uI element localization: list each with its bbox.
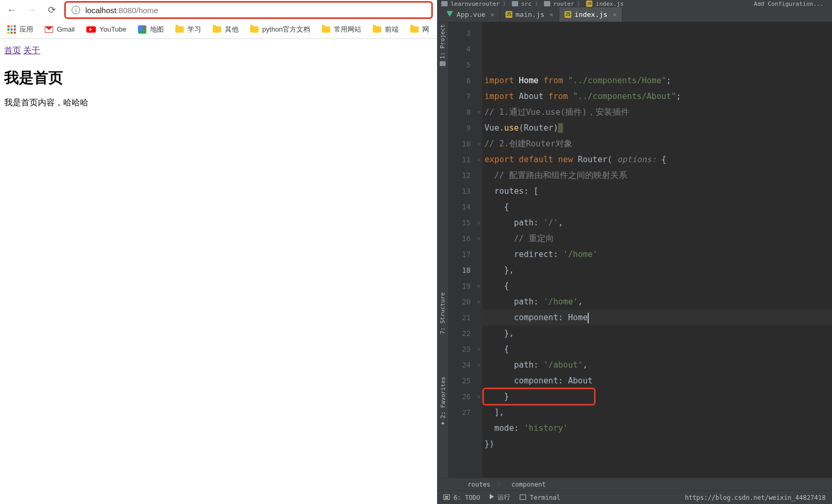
bookmark-frontend[interactable]: 前端 <box>373 25 399 34</box>
js-icon: JS <box>564 11 571 18</box>
bookmark-net[interactable]: 网 <box>410 25 429 34</box>
bookmark-gmail[interactable]: Gmail <box>45 25 75 33</box>
tool-favorites[interactable]: ★2: Favorites <box>439 377 447 428</box>
tool-project[interactable]: 1: Project <box>439 24 446 66</box>
bookmark-youtube[interactable]: YouTube <box>86 25 126 33</box>
editor-tabs: App.vue× JSmain.js× JSindex.js× <box>437 7 832 22</box>
todo-icon <box>443 495 450 500</box>
code-editor[interactable]: import Home from "../components/Home";im… <box>482 22 832 478</box>
breadcrumb-bottom: routes 〉 component <box>437 478 832 490</box>
status-link: https://blog.csdn.net/weixin_44827418 <box>685 494 826 501</box>
folder-icon <box>441 1 448 6</box>
ide-panel: learnvuerouter〉 src〉 router〉 JSindex.js … <box>437 0 832 504</box>
browser-toolbar: ← → ⟳ i localhost:8080/home <box>0 0 437 20</box>
folder-icon <box>175 26 184 33</box>
tool-terminal[interactable]: Terminal <box>520 494 560 501</box>
tab-main-js[interactable]: JSmain.js× <box>500 7 559 22</box>
page-body: 我是首页内容，哈哈哈 <box>4 97 433 108</box>
folder-icon <box>544 1 550 6</box>
tool-run[interactable]: 运行 <box>490 493 510 502</box>
link-home[interactable]: 首页 <box>4 46 21 55</box>
tab-index-js[interactable]: JSindex.js× <box>559 7 622 22</box>
left-tool-strip: 1: Project 7: Structure ★2: Favorites <box>437 22 449 478</box>
js-icon: JS <box>586 1 592 7</box>
bc-item[interactable]: component <box>511 481 546 488</box>
star-icon: ★ <box>439 420 447 428</box>
url-text: localhost:8080/home <box>85 6 158 15</box>
folder-icon <box>512 1 518 6</box>
ide-breadcrumb-top: learnvuerouter〉 src〉 router〉 JSindex.js … <box>437 0 832 7</box>
gmail-icon <box>45 26 53 33</box>
page-content: 首页 关于 我是首页 我是首页内容，哈哈哈 <box>0 39 437 115</box>
folder-icon <box>410 26 419 33</box>
tool-structure[interactable]: 7: Structure <box>439 292 446 334</box>
bc-item[interactable]: routes <box>468 481 490 488</box>
close-icon[interactable]: × <box>550 11 553 18</box>
forward-button[interactable]: → <box>25 4 38 16</box>
folder-icon <box>213 26 221 33</box>
terminal-icon <box>520 495 526 500</box>
bookmark-common[interactable]: 常用网站 <box>322 25 361 34</box>
crumb[interactable]: index.js <box>596 1 623 7</box>
folder-icon <box>322 26 330 33</box>
vue-icon <box>447 11 453 18</box>
bookmark-maps[interactable]: 地图 <box>138 25 164 34</box>
chevron-icon: 〉 <box>498 480 504 489</box>
folder-icon <box>250 26 259 33</box>
crumb[interactable]: router <box>553 1 575 7</box>
browser-panel: ← → ⟳ i localhost:8080/home 应用 Gmail You… <box>0 0 437 504</box>
close-icon[interactable]: × <box>613 11 617 18</box>
bookmark-python[interactable]: python官方文档 <box>250 25 310 34</box>
bookmark-study[interactable]: 学习 <box>175 25 201 34</box>
link-about[interactable]: 关于 <box>23 46 40 55</box>
bookmark-other[interactable]: 其他 <box>213 25 239 34</box>
reload-button[interactable]: ⟳ <box>45 4 58 16</box>
youtube-icon <box>86 26 96 33</box>
back-button[interactable]: ← <box>5 4 18 16</box>
play-icon <box>490 494 494 499</box>
site-info-icon[interactable]: i <box>72 6 80 14</box>
ide-status-bar: 6: TODO 运行 Terminal https://blog.csdn.ne… <box>437 490 832 504</box>
crumb[interactable]: learnvuerouter <box>451 1 500 7</box>
js-icon: JS <box>506 11 512 18</box>
address-bar[interactable]: i localhost:8080/home <box>65 2 432 18</box>
crumb[interactable]: src <box>521 1 532 7</box>
fold-strip: ⊟⊟⊟⊟⊟⊟⊟⊟⊟⊟ <box>475 22 482 478</box>
maps-icon <box>138 25 146 34</box>
folder-icon <box>440 61 445 66</box>
line-gutter: 3456789101112131415161718192021222324252… <box>449 22 475 478</box>
folder-icon <box>373 26 381 33</box>
bookmarks-bar: 应用 Gmail YouTube 地图 学习 其他 python官方文档 常用网… <box>0 20 437 39</box>
add-configuration[interactable]: Add Configuration... <box>750 1 828 7</box>
tool-todo[interactable]: 6: TODO <box>443 494 480 501</box>
tab-app-vue[interactable]: App.vue× <box>441 7 500 22</box>
apps-icon <box>7 25 16 34</box>
apps-shortcut[interactable]: 应用 <box>7 25 33 34</box>
close-icon[interactable]: × <box>491 11 494 18</box>
page-heading: 我是首页 <box>4 68 433 88</box>
